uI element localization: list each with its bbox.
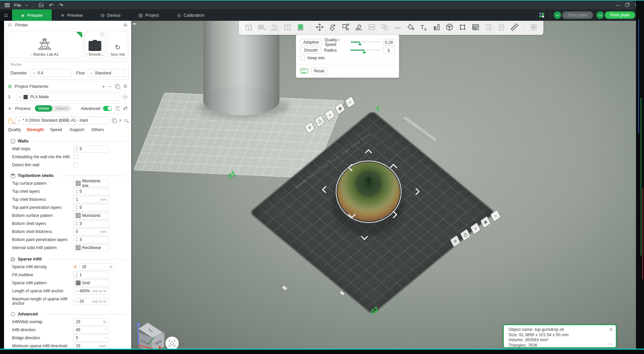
minimize-button[interactable]: —: [614, 1, 622, 9]
tab-device[interactable]: ⊟Device: [92, 9, 129, 21]
flow-select[interactable]: Standard: [88, 69, 125, 77]
sidebar-collapse-handle[interactable]: ◂▸: [132, 21, 136, 26]
svg-shape-icon[interactable]: [432, 22, 442, 32]
print-dropdown-chevron[interactable]: [596, 11, 604, 19]
process-tab-support[interactable]: Support: [66, 126, 87, 133]
radius-value[interactable]: 5: [383, 47, 395, 54]
height-range-modifier-icon[interactable]: [471, 22, 481, 32]
scope-global[interactable]: Global: [35, 105, 52, 112]
plate-layout-icon[interactable]: [539, 13, 544, 17]
file-menu[interactable]: File: [14, 1, 21, 9]
build-plate-card[interactable]: i Smooth...: [85, 32, 105, 58]
slice-dropdown-chevron[interactable]: [554, 11, 561, 19]
plate-type-dropdown[interactable]: Smooth...: [86, 52, 104, 56]
radius-slider[interactable]: [351, 48, 380, 53]
setting-field[interactable]: Rectilinear: [73, 244, 109, 251]
info-collapse-icon[interactable]: —: [608, 342, 612, 346]
plate-delete-icon[interactable]: ×: [345, 96, 356, 108]
quality-speed-slider[interactable]: [351, 40, 380, 45]
setting-field[interactable]: 5: [73, 188, 109, 195]
setting-field[interactable]: 1: [73, 272, 109, 279]
setting-field[interactable]: 3: [73, 145, 109, 153]
setting-field[interactable]: 20mm or %: [73, 298, 109, 305]
viewport-3d[interactable]: ◂▸ 01 Bambu Smooth PEI Plate / High Temp…: [132, 21, 636, 349]
seam-paint-icon[interactable]: [458, 22, 468, 32]
setting-field[interactable]: 0mm: [73, 228, 109, 235]
plate-info-icon[interactable]: i: [100, 33, 104, 36]
tab-preview[interactable]: ≋Preview: [52, 9, 92, 21]
maximize-button[interactable]: [623, 1, 631, 9]
keep-min-checkbox[interactable]: [300, 56, 305, 60]
printer-name-dropdown[interactable]: Bambu Lab A1: [31, 52, 59, 56]
measure-icon[interactable]: [509, 22, 520, 32]
view-all-settings-icon[interactable]: [115, 107, 120, 110]
place-on-face-icon[interactable]: [354, 22, 364, 32]
assembly-icon[interactable]: [529, 22, 539, 32]
clear-preset-icon[interactable]: ×: [119, 118, 122, 123]
parameter-table-icon[interactable]: [123, 107, 127, 110]
clone-o-icon[interactable]: O: [484, 22, 494, 32]
undo-button[interactable]: ↶: [49, 1, 53, 9]
split-to-objects-icon[interactable]: [367, 22, 377, 32]
redo-button[interactable]: ↷: [59, 1, 63, 9]
gizmo-arrow-n[interactable]: [365, 149, 373, 158]
printer-card[interactable]: Bambu Lab A1: [7, 32, 83, 58]
setting-field[interactable]: 45°: [73, 327, 109, 334]
setting-field[interactable]: 15%: [73, 318, 109, 326]
main-menu-button[interactable]: [5, 1, 10, 9]
checkbox[interactable]: [73, 155, 78, 159]
tab-calibration[interactable]: ◎Calibration: [168, 9, 214, 21]
setting-field[interactable]: 400%mm or %: [73, 288, 109, 295]
info-close-icon[interactable]: ✕: [609, 327, 613, 333]
file-menu-chevron[interactable]: [25, 1, 28, 9]
add-object-icon[interactable]: [244, 22, 254, 32]
split-to-parts-icon[interactable]: [380, 22, 390, 32]
save-preset-icon[interactable]: [112, 118, 116, 122]
slice-plate-button[interactable]: Slice plate: [554, 11, 593, 19]
clone-p-icon[interactable]: P: [497, 22, 507, 32]
advanced-toggle[interactable]: [103, 106, 112, 111]
mesh-fix-icon[interactable]: [444, 22, 454, 32]
remove-filament-button[interactable]: −: [109, 83, 112, 89]
setting-field[interactable]: 3: [73, 236, 109, 243]
sync-info-card[interactable]: ↻ Sync info: [107, 32, 128, 58]
search-settings-icon[interactable]: [124, 119, 127, 122]
setting-field[interactable]: Grid: [73, 280, 109, 287]
setting-field[interactable]: Monotonic: [73, 212, 109, 219]
process-preset-select[interactable]: * 0.20mm Standard @BBL A1 - slant: [15, 116, 109, 124]
unlocked-preset-icon[interactable]: [8, 120, 13, 123]
setting-field[interactable]: 15%: [79, 263, 115, 271]
remove-filament-circle-icon[interactable]: [123, 95, 127, 99]
gizmo-arrow-s[interactable]: [361, 233, 369, 241]
setting-field[interactable]: 5: [73, 204, 109, 211]
add-plate-icon[interactable]: [257, 22, 267, 32]
move-icon[interactable]: [315, 22, 325, 32]
filament-sync-icon[interactable]: [115, 84, 119, 88]
add-filament-button[interactable]: +: [102, 83, 105, 89]
setting-field[interactable]: 15mm²: [73, 343, 109, 349]
nozzle-diameter-select[interactable]: 0.4: [30, 69, 72, 77]
home-button[interactable]: ⌂: [0, 9, 12, 21]
process-tab-quality[interactable]: Quality: [4, 126, 25, 133]
reset-button[interactable]: Reset: [311, 68, 327, 74]
process-scope-toggle[interactable]: Global Objects: [35, 105, 71, 112]
slider-marker[interactable]: [358, 43, 362, 45]
smooth-button[interactable]: Smooth: [300, 47, 321, 54]
tab-project[interactable]: ▤Project: [129, 9, 168, 21]
setting-field[interactable]: 0°: [73, 335, 109, 342]
text-icon[interactable]: Ta: [419, 22, 429, 32]
auto-view-button[interactable]: [165, 337, 179, 349]
rotate-icon[interactable]: [328, 22, 338, 32]
gizmo-arrow-e[interactable]: [412, 188, 421, 196]
gizmo-arrow-w[interactable]: [322, 186, 330, 194]
process-tab-others[interactable]: Others: [87, 126, 108, 133]
plate-arrow-icon[interactable]: [377, 107, 383, 113]
slider-marker[interactable]: [363, 51, 366, 53]
setting-field[interactable]: 3: [73, 220, 109, 227]
process-tab-strength[interactable]: Strength: [25, 126, 46, 133]
reset-value-icon[interactable]: ↺: [73, 265, 77, 269]
printer-settings-gear-icon[interactable]: ⚙: [123, 22, 127, 28]
quality-speed-value[interactable]: 0.29: [383, 39, 395, 46]
save-button[interactable]: [39, 1, 43, 9]
adaptive-button[interactable]: Adaptive: [300, 39, 322, 46]
